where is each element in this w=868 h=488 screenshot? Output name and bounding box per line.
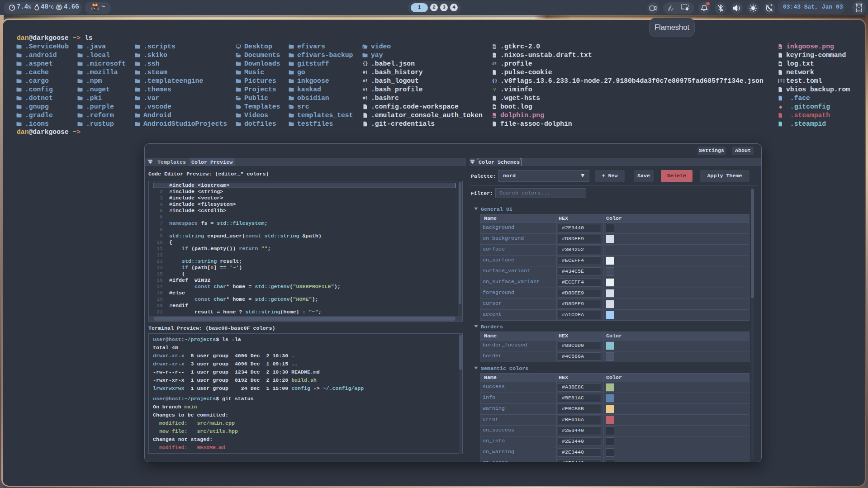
svg-text:>_: >_ — [93, 7, 97, 10]
